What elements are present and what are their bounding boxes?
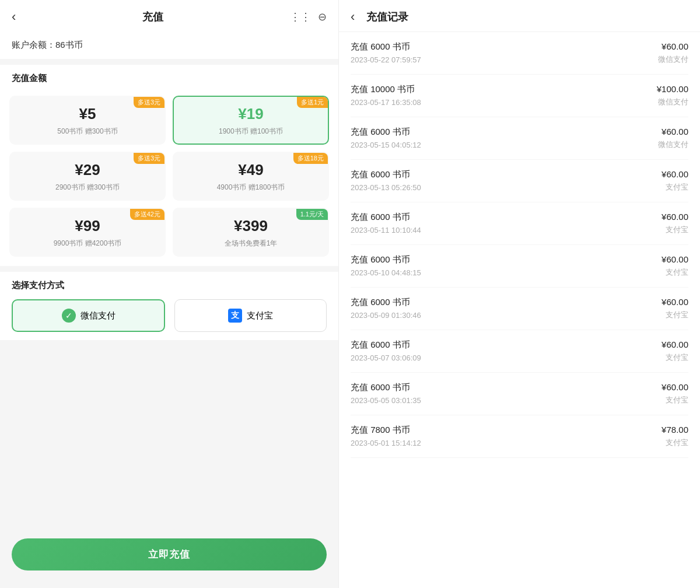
- record-method: 微信支付: [658, 139, 688, 150]
- record-time: 2023-05-09 01:30:46: [351, 311, 421, 320]
- record-item: 充值 6000 书币 2023-05-07 03:06:09 ¥60.00 支付…: [351, 330, 688, 373]
- record-item: 充值 10000 书币 2023-05-17 16:35:08 ¥100.00 …: [351, 75, 688, 117]
- record-right: ¥60.00 微信支付: [658, 41, 688, 65]
- record-left: 充值 6000 书币 2023-05-22 07:59:57: [351, 41, 421, 64]
- desc-card-99: 9900书币 赠4200书币: [18, 239, 158, 249]
- recharge-card-card-49[interactable]: 多送18元 ¥49 4900书币 赠1800书币: [173, 152, 329, 201]
- desc-card-49: 4900书币 赠1800书币: [181, 183, 321, 192]
- record-title: 充值 6000 书币: [351, 169, 421, 180]
- section-title-recharge: 充值金额: [0, 65, 338, 90]
- badge-card-399: 1.1元/天: [296, 209, 328, 220]
- recharge-grid: 多送3元 ¥5 500书币 赠300书币 多送1元 ¥19 1900书币 赠10…: [0, 90, 338, 266]
- record-left: 充值 6000 书币 2023-05-05 03:01:35: [351, 382, 421, 405]
- record-item: 充值 6000 书币 2023-05-13 05:26:50 ¥60.00 支付…: [351, 160, 688, 202]
- record-left: 充值 7800 书币 2023-05-01 15:14:12: [351, 425, 421, 447]
- recharge-card-card-399[interactable]: 1.1元/天 ¥399 全场书免费看1年: [173, 208, 329, 257]
- record-method: 支付宝: [662, 438, 688, 448]
- recharge-card-card-19[interactable]: 多送1元 ¥19 1900书币 赠100书币: [173, 96, 329, 145]
- record-left: 充值 10000 书币 2023-05-17 16:35:08: [351, 84, 421, 107]
- desc-card-5: 500书币 赠300书币: [18, 127, 158, 136]
- confirm-btn-wrap: 立即充值: [0, 340, 338, 588]
- right-page-title: 充值记录: [366, 10, 408, 24]
- header-icons: ⋮⋮ ⊖: [290, 10, 327, 23]
- close-icon[interactable]: ⊖: [318, 10, 327, 23]
- record-time: 2023-05-11 10:10:44: [351, 226, 421, 235]
- record-method: 支付宝: [662, 310, 688, 320]
- menu-icon[interactable]: ⋮⋮: [290, 10, 311, 23]
- record-time: 2023-05-15 04:05:12: [351, 141, 421, 149]
- back-button[interactable]: ‹: [12, 9, 16, 24]
- badge-card-5: 多送3元: [134, 97, 164, 108]
- record-left: 充值 6000 书币 2023-05-13 05:26:50: [351, 169, 421, 192]
- right-header: ‹ 充值记录: [339, 0, 700, 32]
- record-title: 充值 6000 书币: [351, 382, 421, 393]
- record-right: ¥60.00 支付宝: [662, 212, 688, 235]
- record-method: 微信支付: [658, 54, 688, 65]
- balance-text: 账户余额：86书币: [12, 40, 83, 50]
- record-list: 充值 6000 书币 2023-05-22 07:59:57 ¥60.00 微信…: [339, 32, 700, 588]
- record-left: 充值 6000 书币 2023-05-15 04:05:12: [351, 127, 421, 149]
- right-back-button[interactable]: ‹: [351, 9, 355, 24]
- payment-btn-alipay[interactable]: 支支付宝: [174, 299, 327, 332]
- record-left: 充值 6000 书币 2023-05-07 03:06:09: [351, 340, 421, 362]
- payment-section-title: 选择支付方式: [12, 280, 327, 291]
- record-time: 2023-05-17 16:35:08: [351, 98, 421, 107]
- record-item: 充值 6000 书币 2023-05-10 04:48:15 ¥60.00 支付…: [351, 245, 688, 288]
- record-right: ¥78.00 支付宝: [662, 425, 688, 448]
- record-title: 充值 7800 书币: [351, 425, 421, 436]
- balance-bar: 账户余额：86书币: [0, 32, 338, 59]
- record-title: 充值 6000 书币: [351, 127, 421, 138]
- record-item: 充值 6000 书币 2023-05-09 01:30:46 ¥60.00 支付…: [351, 288, 688, 330]
- record-amount: ¥60.00: [662, 382, 688, 392]
- record-time: 2023-05-05 03:01:35: [351, 396, 421, 405]
- desc-card-399: 全场书免费看1年: [181, 239, 321, 249]
- record-right: ¥60.00 支付宝: [662, 254, 688, 278]
- desc-card-29: 2900书币 赠300书币: [18, 183, 158, 192]
- record-right: ¥60.00 支付宝: [662, 297, 688, 320]
- record-left: 充值 6000 书币 2023-05-10 04:48:15: [351, 254, 421, 277]
- record-time: 2023-05-07 03:06:09: [351, 354, 421, 362]
- record-amount: ¥60.00: [662, 297, 688, 307]
- payment-btn-wechat[interactable]: ✓微信支付: [12, 299, 165, 332]
- payment-options: ✓微信支付支支付宝: [12, 299, 327, 332]
- alipay-icon: 支: [228, 309, 242, 323]
- badge-card-49: 多送18元: [293, 153, 328, 164]
- record-right: ¥60.00 微信支付: [658, 127, 688, 150]
- record-amount: ¥60.00: [662, 340, 688, 349]
- record-item: 充值 6000 书币 2023-05-22 07:59:57 ¥60.00 微信…: [351, 32, 688, 75]
- badge-card-19: 多送1元: [297, 97, 328, 108]
- record-right: ¥100.00 微信支付: [657, 84, 688, 107]
- badge-card-29: 多送3元: [134, 153, 164, 164]
- recharge-card-card-99[interactable]: 多送42元 ¥99 9900书币 赠4200书币: [9, 208, 166, 257]
- record-title: 充值 6000 书币: [351, 340, 421, 351]
- record-amount: ¥60.00: [662, 212, 688, 222]
- record-left: 充值 6000 书币 2023-05-11 10:10:44: [351, 212, 421, 235]
- record-title: 充值 6000 书币: [351, 297, 421, 308]
- right-panel: ‹ 充值记录 充值 6000 书币 2023-05-22 07:59:57 ¥6…: [338, 0, 700, 588]
- record-time: 2023-05-22 07:59:57: [351, 55, 421, 64]
- payment-label-wechat: 微信支付: [80, 310, 116, 321]
- record-method: 支付宝: [662, 225, 688, 235]
- recharge-amount-section: 充值金额 多送3元 ¥5 500书币 赠300书币 多送1元 ¥19 1900书…: [0, 65, 338, 266]
- record-title: 充值 6000 书币: [351, 41, 421, 52]
- record-method: 支付宝: [662, 352, 688, 363]
- payment-section: 选择支付方式 ✓微信支付支支付宝: [0, 272, 338, 340]
- record-method: 支付宝: [662, 182, 688, 192]
- record-time: 2023-05-13 05:26:50: [351, 183, 421, 192]
- record-amount: ¥60.00: [658, 127, 688, 136]
- record-time: 2023-05-10 04:48:15: [351, 268, 421, 277]
- record-item: 充值 7800 书币 2023-05-01 15:14:12 ¥78.00 支付…: [351, 415, 688, 458]
- record-method: 支付宝: [662, 267, 688, 278]
- record-amount: ¥60.00: [662, 254, 688, 264]
- confirm-button[interactable]: 立即充值: [12, 538, 327, 570]
- left-panel: ‹ 充值 ⋮⋮ ⊖ 账户余额：86书币 充值金额 多送3元 ¥5 500书币 赠…: [0, 0, 338, 588]
- record-amount: ¥60.00: [658, 41, 688, 51]
- recharge-card-card-29[interactable]: 多送3元 ¥29 2900书币 赠300书币: [9, 152, 166, 201]
- record-time: 2023-05-01 15:14:12: [351, 439, 421, 447]
- record-item: 充值 6000 书币 2023-05-05 03:01:35 ¥60.00 支付…: [351, 373, 688, 415]
- record-amount: ¥78.00: [662, 425, 688, 435]
- page-title: 充值: [142, 10, 163, 24]
- record-right: ¥60.00 支付宝: [662, 340, 688, 363]
- record-title: 充值 6000 书币: [351, 212, 421, 223]
- recharge-card-card-5[interactable]: 多送3元 ¥5 500书币 赠300书币: [9, 96, 166, 145]
